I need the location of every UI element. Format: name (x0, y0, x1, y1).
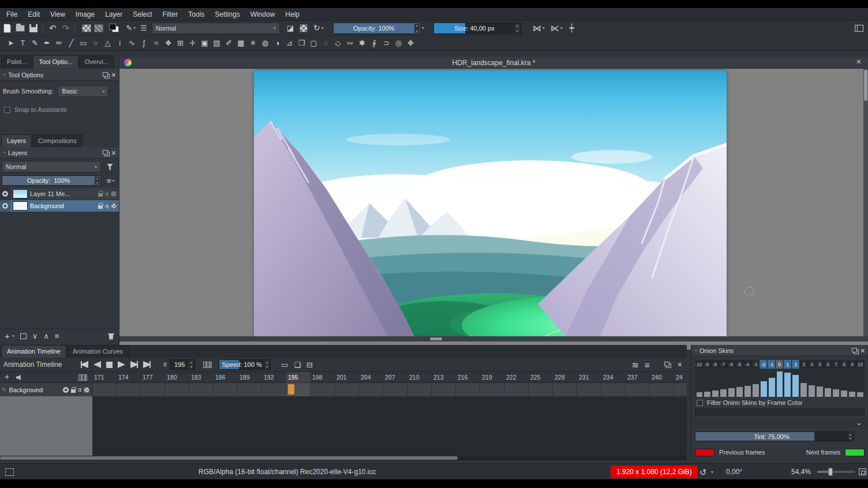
zoom-mode-button[interactable] (859, 464, 866, 480)
onion-bar-2[interactable] (792, 375, 799, 397)
multibrush-tool-icon[interactable]: ❖ (162, 37, 174, 50)
save-document-icon[interactable] (29, 24, 38, 32)
menu-item-image[interactable]: Image (70, 8, 100, 21)
freehand-select-tool-icon[interactable]: ∾ (344, 37, 356, 50)
crop-tool-icon[interactable]: ▣ (199, 37, 211, 50)
tab-compositions[interactable]: Compositions (32, 134, 83, 147)
frame-cell-174[interactable] (117, 383, 141, 396)
alpha-icon[interactable]: α (105, 203, 108, 209)
spin-up-icon[interactable]: ▴ (416, 24, 418, 27)
frame-cell-180[interactable] (165, 383, 189, 396)
skip-to-start-button[interactable] (81, 361, 88, 368)
close-docker-icon[interactable]: × (860, 347, 865, 354)
brush-size-slider[interactable]: Size: 40,00 px ▴▾ (433, 22, 521, 34)
onion-bar--4[interactable] (744, 386, 751, 397)
canvas-viewport[interactable] (119, 69, 868, 336)
onion-offset-6[interactable]: 6 (824, 360, 832, 369)
onion-bar-3[interactable] (800, 383, 807, 397)
onion-bar-10[interactable] (857, 392, 863, 397)
onion-bar--9[interactable] (704, 392, 710, 397)
onion-skins-toggle-icon[interactable]: ≋ (631, 361, 639, 369)
ellipse-tool-icon[interactable]: ○ (89, 37, 102, 50)
onion-bar-6[interactable] (825, 388, 831, 397)
layer-opacity-spinner[interactable]: ▴▾ (95, 177, 100, 185)
mirror-horizontal-icon[interactable]: ⋈ (533, 24, 541, 32)
onion-offset--3[interactable]: -3 (751, 360, 760, 369)
close-document-icon[interactable]: × (856, 58, 861, 65)
onion-offset--5[interactable]: -5 (735, 360, 743, 369)
onion-bar--5[interactable] (736, 387, 743, 397)
reload-preset-icon[interactable]: ↻ (313, 24, 320, 32)
transform-tool-icon[interactable]: ⊞ (174, 37, 186, 50)
layer-opacity-slider[interactable]: Opacity: 100% ▴▾ (2, 175, 101, 186)
frame-label-213[interactable]: 213 (432, 372, 456, 383)
chevron-down-icon[interactable]: ▾ (321, 25, 324, 31)
frame-cell-210[interactable] (407, 383, 432, 396)
onion-bar-7[interactable] (833, 389, 839, 397)
fg-bg-colors-icon[interactable] (109, 24, 119, 32)
onion-bar--1[interactable] (769, 378, 775, 397)
memory-badge[interactable]: 1.920 x 1.080 (12,2 GiB) (611, 464, 698, 480)
frame-label-234[interactable]: 234 (601, 372, 626, 383)
workspace-chooser-icon[interactable] (855, 25, 863, 32)
frame-cell-189[interactable] (238, 383, 262, 396)
frame-label-210[interactable]: 210 (407, 372, 432, 383)
frame-cell-213[interactable] (432, 383, 456, 396)
layer-properties-button[interactable]: ≡ (55, 332, 59, 340)
onion-offset-1[interactable]: 1 (784, 360, 792, 369)
remove-frame-icon[interactable]: ⊟ (306, 361, 313, 369)
brush-size-spinner[interactable]: ▴▾ (515, 24, 520, 33)
onion-offset--6[interactable]: -6 (727, 360, 735, 369)
onion-offset-0[interactable]: 0 (776, 360, 784, 369)
inherit-alpha-icon[interactable] (111, 191, 117, 197)
rect-select-tool-icon[interactable]: ▢ (308, 37, 320, 50)
onion-bar--7[interactable] (720, 389, 727, 397)
frame-label-216[interactable]: 216 (456, 372, 480, 383)
frame-cell-237[interactable] (626, 383, 650, 396)
trim-icon[interactable]: ┿ (570, 24, 574, 32)
float-docker-icon[interactable] (854, 350, 859, 354)
spin-down-icon[interactable]: ▾ (850, 437, 851, 440)
frame-cell-222[interactable] (504, 383, 529, 396)
menu-item-filter[interactable]: Filter (158, 8, 184, 21)
onion-offset-4[interactable]: 4 (808, 360, 816, 369)
eye-icon[interactable] (63, 387, 69, 393)
polygon-select-tool-icon[interactable]: ◇ (332, 37, 344, 50)
onion-offset-8[interactable]: 8 (840, 360, 848, 369)
dynamic-brush-tool-icon[interactable]: ≈ (150, 37, 162, 50)
reference-images-tool-icon[interactable]: ❒ (295, 37, 308, 50)
layer-blending-mode-select[interactable]: Normal ▾ (2, 161, 101, 172)
frame-cell-171[interactable] (92, 383, 117, 396)
frame-label-198[interactable]: 198 (310, 372, 335, 383)
chevron-down-icon[interactable]: ▾ (711, 464, 713, 480)
menu-item-select[interactable]: Select (128, 8, 157, 21)
chevron-down-icon[interactable]: ▾ (422, 25, 424, 31)
menu-item-layer[interactable]: Layer (100, 8, 128, 21)
frame-cell-198[interactable] (310, 383, 335, 396)
frame-cell-225[interactable] (529, 383, 553, 396)
filter-onion-skins-checkbox[interactable] (697, 400, 703, 406)
alpha-icon[interactable]: α (78, 386, 81, 393)
timeline-add-layer-button[interactable]: + (5, 373, 9, 381)
eye-icon[interactable] (2, 203, 8, 209)
frame-label-195[interactable]: 195 (286, 372, 310, 383)
frame-cell-201[interactable] (335, 383, 359, 396)
inherit-alpha-icon[interactable] (84, 387, 89, 393)
horizontal-scrollbar[interactable] (119, 336, 868, 341)
eye-icon[interactable] (2, 191, 8, 197)
layer-filter-icon[interactable] (107, 164, 113, 170)
ellipse-select-tool-icon[interactable]: ◌ (320, 37, 332, 50)
spin-down-icon[interactable]: ▾ (190, 365, 192, 369)
onion-offset-3[interactable]: 3 (800, 360, 808, 369)
frame-cell-24[interactable] (674, 383, 687, 396)
speed-spinbox[interactable]: Speed: 100 % ▴▾ (219, 359, 271, 370)
preserve-alpha-icon[interactable] (300, 24, 308, 32)
layer-row[interactable]: Background α (0, 200, 119, 212)
play-button[interactable] (118, 361, 125, 368)
zoom-slider[interactable] (817, 464, 855, 480)
onion-bar--6[interactable] (728, 388, 735, 397)
frame-label-225[interactable]: 225 (529, 372, 553, 383)
timeline-scrollbar[interactable] (0, 456, 687, 460)
freehand-path-tool-icon[interactable]: ∫ (138, 37, 150, 50)
text-tool-icon[interactable]: T (17, 37, 29, 50)
